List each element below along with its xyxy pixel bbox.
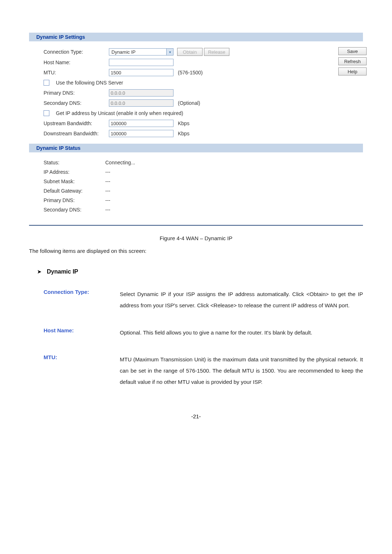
sdns-label: Secondary DNS: (44, 207, 105, 213)
connection-type-label: Connection Type: (44, 49, 109, 55)
connection-type-value: Dynamic IP (109, 49, 166, 55)
settings-header: Dynamic IP Settings (29, 33, 363, 41)
upstream-unit: Kbps (178, 120, 189, 126)
chevron-down-icon[interactable]: ▾ (166, 49, 173, 55)
use-dns-checkbox[interactable] (44, 80, 49, 86)
connection-type-select[interactable]: Dynamic IP ▾ (109, 48, 173, 56)
def-conntype-desc: Select Dynamic IP if your ISP assigns th… (120, 289, 363, 311)
def-mtu-term: MTU: (44, 354, 120, 387)
ip-value: --- (105, 169, 110, 175)
def-mtu-desc: MTU (Maximum Transmission Unit) is the m… (120, 354, 363, 387)
def-conntype-term: Connection Type: (44, 289, 120, 311)
help-button[interactable]: Help (338, 67, 367, 75)
secondary-dns-note: (Optional) (178, 100, 200, 106)
page-number: -21- (29, 413, 363, 419)
obtain-button[interactable]: Obtain (177, 48, 203, 56)
ip-label: IP Address: (44, 169, 105, 175)
subnet-value: --- (105, 178, 110, 184)
use-dns-label: Use the following DNS Server (56, 80, 123, 86)
primary-dns-input[interactable] (109, 89, 173, 97)
primary-dns-label: Primary DNS: (44, 90, 109, 96)
def-hostname-term: Host Name: (44, 327, 120, 338)
downstream-input[interactable] (109, 130, 173, 137)
refresh-button[interactable]: Refresh (338, 57, 367, 65)
downstream-label: Downstream Bandwidth: (44, 131, 109, 136)
secondary-dns-input[interactable] (109, 99, 173, 107)
arrow-title: Dynamic IP (47, 268, 78, 275)
hostname-input[interactable] (109, 59, 173, 66)
upstream-label: Upstream Bandwidth: (44, 120, 109, 126)
mtu-label: MTU: (44, 70, 109, 75)
pdns-value: --- (105, 197, 110, 203)
mtu-range: (576-1500) (178, 70, 203, 75)
figure-caption: Figure 4-4 WAN – Dynamic IP (29, 235, 363, 241)
status-value: Connecting... (105, 160, 135, 165)
unicast-checkbox[interactable] (44, 110, 49, 116)
arrow-icon: ➤ (37, 268, 42, 275)
unicast-label: Get IP address by Unicast (enable it onl… (56, 110, 183, 116)
status-label: Status: (44, 160, 105, 165)
upstream-input[interactable] (109, 120, 173, 127)
pdns-label: Primary DNS: (44, 197, 105, 203)
sdns-value: --- (105, 207, 110, 213)
intro-text: The following items are displayed on thi… (29, 248, 363, 254)
release-button[interactable]: Release (204, 48, 229, 56)
downstream-unit: Kbps (178, 131, 189, 136)
save-button[interactable]: Save (338, 47, 367, 55)
subnet-label: Subnet Mask: (44, 178, 105, 184)
gateway-label: Default Gateway: (44, 188, 105, 194)
status-header: Dynamic IP Status (29, 144, 363, 152)
hostname-label: Host Name: (44, 59, 109, 65)
secondary-dns-label: Secondary DNS: (44, 100, 109, 106)
mtu-input[interactable] (109, 69, 173, 76)
def-hostname-desc: Optional. This field allows you to give … (120, 327, 363, 338)
gateway-value: --- (105, 188, 110, 194)
